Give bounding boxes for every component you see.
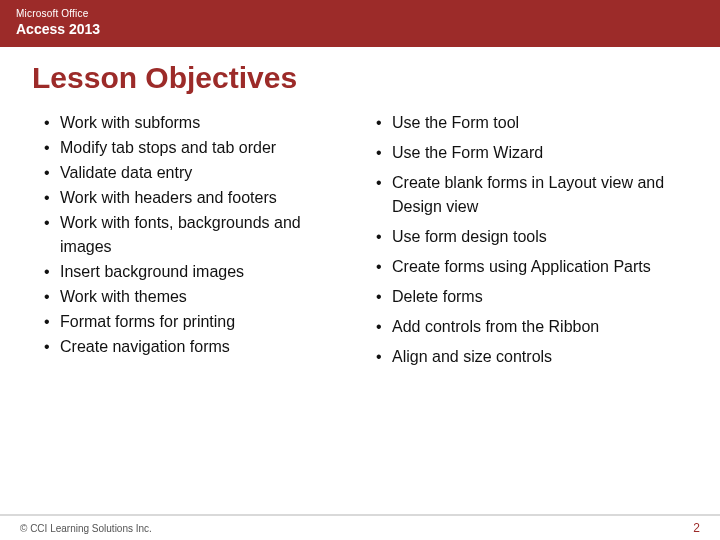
list-item: Modify tab stops and tab order	[40, 136, 348, 160]
page-title: Lesson Objectives	[32, 61, 688, 95]
header-bar: Microsoft Office Access 2013	[0, 0, 720, 47]
list-item: Use the Form tool	[372, 111, 680, 135]
slide: Microsoft Office Access 2013 Lesson Obje…	[0, 0, 720, 540]
right-column: Use the Form tool Use the Form Wizard Cr…	[372, 111, 680, 514]
list-item: Validate data entry	[40, 161, 348, 185]
brand-label: Microsoft Office	[16, 8, 704, 19]
list-item: Insert background images	[40, 260, 348, 284]
left-bullet-list: Work with subforms Modify tab stops and …	[40, 111, 348, 359]
title-block: Lesson Objectives	[0, 47, 720, 103]
footer: © CCI Learning Solutions Inc. 2	[0, 514, 720, 540]
list-item: Use form design tools	[372, 225, 680, 249]
copyright-text: © CCI Learning Solutions Inc.	[20, 523, 152, 534]
list-item: Format forms for printing	[40, 310, 348, 334]
list-item: Create blank forms in Layout view and De…	[372, 171, 680, 219]
list-item: Create forms using Application Parts	[372, 255, 680, 279]
list-item: Align and size controls	[372, 345, 680, 369]
list-item: Work with subforms	[40, 111, 348, 135]
product-label: Access 2013	[16, 21, 704, 37]
list-item: Work with themes	[40, 285, 348, 309]
list-item: Create navigation forms	[40, 335, 348, 359]
list-item: Work with fonts, backgrounds and images	[40, 211, 348, 259]
list-item: Add controls from the Ribbon	[372, 315, 680, 339]
page-number: 2	[693, 521, 700, 535]
content-area: Work with subforms Modify tab stops and …	[0, 103, 720, 514]
list-item: Work with headers and footers	[40, 186, 348, 210]
left-column: Work with subforms Modify tab stops and …	[40, 111, 348, 514]
list-item: Use the Form Wizard	[372, 141, 680, 165]
list-item: Delete forms	[372, 285, 680, 309]
right-bullet-list: Use the Form tool Use the Form Wizard Cr…	[372, 111, 680, 369]
